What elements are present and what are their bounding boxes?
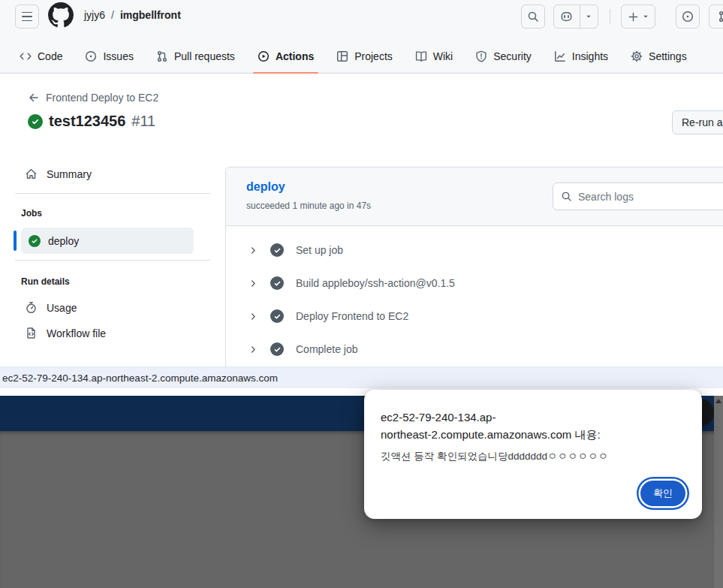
header-divider <box>610 9 610 24</box>
step-success-check-icon <box>270 309 284 323</box>
stopwatch-icon <box>25 301 38 314</box>
sidebar-item-summary[interactable]: Summary <box>25 167 92 180</box>
search-logs-input[interactable] <box>578 191 706 203</box>
global-header-row: jyjy6 / imgbellfront <box>0 0 723 39</box>
selected-job-accent-bar <box>14 231 17 251</box>
step-row-complete-job[interactable]: Complete job <box>226 333 723 366</box>
step-label: Build appleboy/ssh-action@v0.1.5 <box>296 277 455 289</box>
tab-wiki[interactable]: Wiki <box>408 39 460 74</box>
github-logo-icon[interactable] <box>48 2 74 28</box>
tab-label: Pull requests <box>174 50 235 62</box>
job-log-panel: deploy succeeded 1 minute ago in 47s Set… <box>225 167 723 367</box>
step-row-deploy-frontend[interactable]: Deploy Frontend to EC2 <box>226 300 723 333</box>
job-status-text: succeeded 1 minute ago in 47s <box>246 201 371 211</box>
alert-confirm-button[interactable]: 확인 <box>640 481 685 506</box>
tab-label: Projects <box>354 50 393 62</box>
gear-icon <box>631 50 643 62</box>
copilot-menu-button[interactable] <box>553 5 598 29</box>
book-icon <box>415 50 427 62</box>
job-log-header: deploy succeeded 1 minute ago in 47s <box>226 167 723 226</box>
run-details-heading: Run details <box>21 276 70 287</box>
global-search-button[interactable] <box>521 5 545 29</box>
scrollbar[interactable] <box>714 396 723 588</box>
github-header: jyjy6 / imgbellfront <box>0 0 723 74</box>
tab-issues[interactable]: Issues <box>77 39 140 74</box>
alert-title-line1: ec2-52-79-240-134.ap- <box>381 409 685 426</box>
tab-label: Insights <box>572 50 608 62</box>
create-new-button[interactable] <box>621 5 655 29</box>
tab-code[interactable]: Code <box>12 39 70 74</box>
plus-icon <box>628 11 639 23</box>
tab-insights[interactable]: Insights <box>547 39 616 74</box>
alert-title: ec2-52-79-240-134.ap- northeast-2.comput… <box>381 409 685 443</box>
tab-label: Security <box>493 50 532 62</box>
sidebar-item-label: Summary <box>47 168 92 180</box>
tab-label: Wiki <box>433 50 453 62</box>
success-check-icon <box>28 114 43 129</box>
jobs-heading: Jobs <box>21 208 42 219</box>
git-pull-request-icon <box>156 50 168 62</box>
tab-settings[interactable]: Settings <box>623 39 694 74</box>
copilot-icon <box>554 5 580 28</box>
file-code-icon <box>25 327 38 339</box>
sidebar-item-usage[interactable]: Usage <box>25 301 77 314</box>
home-icon <box>25 167 38 180</box>
back-to-workflow-link[interactable]: Frontend Deploy to EC2 <box>28 92 158 104</box>
tab-actions[interactable]: Actions <box>250 39 321 74</box>
step-success-check-icon <box>270 276 284 290</box>
tab-projects[interactable]: Projects <box>329 39 400 74</box>
step-row-build-ssh-action[interactable]: Build appleboy/ssh-action@v0.1.5 <box>226 267 723 300</box>
tab-label: Issues <box>103 50 133 62</box>
step-row-setup-job[interactable]: Set up job <box>226 234 723 267</box>
step-list: Set up job Build appleboy/ssh-action@v0.… <box>226 226 723 366</box>
shield-icon <box>475 50 487 62</box>
sidebar-divider <box>15 193 210 194</box>
breadcrumb-separator: / <box>105 9 120 21</box>
pull-requests-dashboard-button[interactable] <box>709 5 723 29</box>
step-success-check-icon <box>270 243 284 257</box>
screen: jyjy6 / imgbellfront <box>0 0 723 588</box>
workflow-name: Frontend Deploy to EC2 <box>46 92 158 104</box>
issue-opened-icon <box>682 11 694 23</box>
run-title: test123456 #11 <box>28 113 155 130</box>
job-name-link[interactable]: deploy <box>246 180 285 194</box>
step-label: Complete job <box>296 343 358 355</box>
code-icon <box>20 50 32 62</box>
search-icon <box>561 191 572 202</box>
sidebar-job-label: deploy <box>48 235 79 247</box>
sidebar-item-label: Usage <box>47 302 77 314</box>
sidebar-divider <box>15 260 210 261</box>
tab-label: Settings <box>649 50 687 62</box>
step-success-check-icon <box>270 342 284 356</box>
issue-opened-icon <box>85 50 97 62</box>
sidebar-item-workflow-file[interactable]: Workflow file <box>25 327 106 339</box>
step-label: Deploy Frontend to EC2 <box>296 310 408 322</box>
chevron-right-icon <box>249 279 258 288</box>
success-check-icon <box>29 235 41 247</box>
issues-dashboard-button[interactable] <box>676 5 700 29</box>
repo-tab-bar: Code Issues Pull requests Actions Projec… <box>12 39 723 74</box>
alert-message: 깃액션 등작 확인되었습니당dddddddㅇㅇㅇㅇㅇㅇ <box>381 450 685 463</box>
tab-security[interactable]: Security <box>468 39 539 74</box>
rerun-all-jobs-button[interactable]: Re-run a <box>672 110 723 134</box>
alert-title-line2: northeast-2.compute.amazonaws.com 내용: <box>381 426 685 443</box>
breadcrumb-repo-link[interactable]: imgbellfront <box>120 9 181 21</box>
chevron-right-icon <box>249 312 258 321</box>
chevron-down-icon <box>642 13 649 20</box>
sidebar-item-job-deploy[interactable]: deploy <box>21 228 194 254</box>
step-label: Set up job <box>296 244 343 256</box>
search-logs-box <box>553 182 723 210</box>
hamburger-menu-button[interactable] <box>15 5 39 29</box>
chevron-down-icon <box>580 5 598 28</box>
graph-icon <box>554 50 566 62</box>
chevron-right-icon <box>249 345 258 354</box>
run-name: test123456 <box>49 113 125 130</box>
breadcrumb: jyjy6 / imgbellfront <box>84 9 181 21</box>
play-circle-icon <box>258 50 270 62</box>
status-url-text: ec2-52-79-240-134.ap-northeast-2.compute… <box>2 372 278 384</box>
run-number: #11 <box>131 113 155 130</box>
scrollbar-up-arrow-icon[interactable] <box>715 399 721 403</box>
breadcrumb-owner-link[interactable]: jyjy6 <box>84 9 105 21</box>
tab-label: Code <box>38 50 62 62</box>
tab-pull-requests[interactable]: Pull requests <box>149 39 243 74</box>
